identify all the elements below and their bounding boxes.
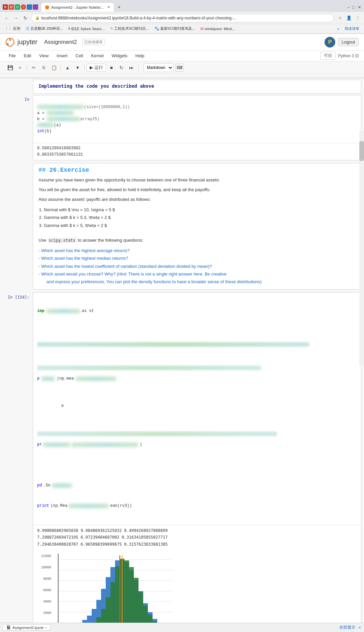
paste-button[interactable]: 📋: [49, 63, 59, 72]
menu-insert[interactable]: Insert: [53, 52, 71, 60]
heading-continuation-container: Implementing the code you described abov…: [0, 80, 364, 94]
exercise-26-label: [3, 163, 33, 165]
baidu-icon: 百: [26, 26, 29, 31]
bookmark-star-icon[interactable]: ☆: [337, 14, 344, 22]
tab-close-bottom-icon[interactable]: ×: [45, 626, 47, 630]
bookmark-sci1-label: 工程技术SCI期刊目...: [114, 26, 149, 31]
code-cell-1-body[interactable]: (size=(10000000,1)) a = b = array25) (a)…: [33, 95, 361, 160]
bookmark-ieee-label: IEEE Xplore Searc...: [71, 27, 105, 31]
code-line-1: impas st: [37, 308, 357, 314]
forward-button[interactable]: →: [12, 14, 20, 22]
bookmark-mindspore[interactable]: M mindspore: Mind...: [198, 26, 237, 31]
cut-button[interactable]: ✂: [29, 63, 38, 72]
new-tab-button[interactable]: +: [116, 4, 122, 10]
y-label-10000: 10000: [41, 565, 51, 570]
y-label-8000: 8000: [43, 576, 51, 582]
run-button[interactable]: ▶ 运行: [87, 64, 106, 72]
browser-chrome: D D D ○ Assignment2 - Jupyter Notebook ✕…: [0, 0, 364, 34]
save-button[interactable]: 💾: [5, 63, 15, 72]
scrollbar[interactable]: [359, 131, 364, 365]
logout-button[interactable]: Logout: [338, 38, 359, 46]
python-icon: P: [325, 37, 335, 48]
favicon-6: [33, 4, 38, 10]
keyboard-shortcuts-button[interactable]: ⌨: [175, 64, 183, 72]
exercise-26-cell[interactable]: ## 26.Exercise Assume you have been give…: [33, 163, 361, 289]
add-cell-button[interactable]: +: [15, 63, 25, 72]
list-item-2: Gamma with $ k = 5.3, \theta = 2 $: [44, 214, 356, 221]
bookmark-sci1[interactable]: ✎ 工程技术SCI期刊目...: [108, 25, 151, 32]
question-3: - Which asset has the lowest coefficient…: [38, 262, 356, 270]
notebook-tab-icon: 📓: [6, 625, 11, 630]
tab-bar: D D D ○ Assignment2 - Jupyter Notebook ✕…: [0, 0, 364, 12]
bottom-tab[interactable]: 📓 Assignment2.ipynb ×: [3, 624, 51, 631]
jupyter-logo-area: jupyter Assignment2 已自动保存: [5, 37, 105, 47]
question-4: - Which asset would you choose? Why? (Hi…: [38, 270, 356, 278]
toolbar-sep-4: [138, 64, 139, 71]
menu-file[interactable]: File: [5, 52, 19, 60]
output-line-1: 9.990086802965038 9.984869361525032 0.49…: [37, 527, 357, 534]
copy-button[interactable]: ⎘: [39, 63, 49, 72]
window-minimize-icon[interactable]: –: [347, 5, 350, 10]
window-maximize-icon[interactable]: □: [352, 5, 355, 10]
show-all-text[interactable]: 全部显示: [339, 625, 355, 630]
more-options-icon[interactable]: ⋮: [354, 14, 361, 22]
restart-run-button[interactable]: ⏭: [127, 63, 136, 72]
bottom-right-area: 全部显示 ✕: [339, 625, 361, 630]
scroll-thumb[interactable]: [359, 141, 364, 161]
kernel-info: Python 3: [338, 54, 359, 58]
tab-close-icon[interactable]: ✕: [107, 5, 110, 9]
menu-widgets[interactable]: Widgets: [108, 52, 131, 60]
cell-type-select[interactable]: Markdown Code Raw: [143, 63, 173, 72]
top-border: [0, 77, 364, 78]
code-cell-154-input[interactable]: impas st p(np.mea a pr): [33, 293, 361, 525]
code-line-pd: pd.Se: [37, 482, 357, 489]
bookmark-sci2-label: 最新SCI期刊查询及...: [160, 26, 195, 31]
close-bottom-icon[interactable]: ✕: [358, 625, 361, 630]
menu-help[interactable]: Help: [132, 52, 148, 60]
profile-icon[interactable]: 👤: [345, 14, 353, 22]
stop-button[interactable]: ■: [107, 63, 116, 72]
y-label-12000: 12000: [41, 554, 51, 559]
address-bar[interactable]: 🔒 localhost:8888/notebooks/Assignment2.i…: [31, 14, 334, 22]
trusted-button[interactable]: 可信: [320, 52, 336, 60]
bookmark-apps-label: 应用: [13, 26, 20, 31]
menu-cell[interactable]: Cell: [72, 52, 86, 60]
window-close-icon[interactable]: ✕: [358, 5, 361, 10]
notebook-name[interactable]: Assignment2: [44, 39, 77, 46]
back-button[interactable]: ←: [3, 14, 11, 22]
code-line-blurred-1: [37, 329, 357, 338]
bookmark-apps[interactable]: ⋮⋮ 应用: [3, 25, 22, 32]
ieee-icon: Ⅱ: [68, 26, 70, 31]
more-bookmarks-button[interactable]: »: [335, 26, 341, 31]
favicon-1: D: [3, 4, 8, 10]
bottom-status-bar: 📓 Assignment2.ipynb × 全部显示 ✕: [0, 623, 364, 632]
svg-rect-38: [124, 560, 129, 627]
chart-container: 12000 10000 8000 6000 4000 2000 0: [37, 548, 357, 632]
heading-cell: Implementing the code you described abov…: [33, 80, 361, 94]
histogram-chart: [58, 554, 172, 627]
exercise-26-container: ## 26.Exercise Assume you have been give…: [0, 163, 364, 289]
code-cell-1-input[interactable]: (size=(10000000,1)) a = b = array25) (a)…: [33, 95, 361, 143]
bookmark-sci2[interactable]: 🐾 最新SCI期刊查询及...: [153, 25, 197, 32]
menu-edit[interactable]: Edit: [20, 52, 34, 60]
code-cell-1-container: In (size=(10000000,1)) a = b = array25) …: [0, 95, 364, 160]
run-label: 运行: [94, 65, 103, 71]
bookmark-baidu[interactable]: 百 百度翻译-200种语...: [24, 25, 65, 32]
move-down-button[interactable]: ▼: [73, 63, 82, 72]
tab-favicon: [45, 5, 49, 9]
move-up-button[interactable]: ▲: [63, 63, 72, 72]
menu-kernel[interactable]: Kernel: [88, 52, 107, 60]
y-label-2000: 2000: [43, 611, 51, 616]
menu-bar: File Edit View Insert Cell Kernel Widget…: [0, 51, 364, 61]
menu-view[interactable]: View: [36, 52, 52, 60]
kernel-name: Python 3: [338, 54, 354, 58]
reading-list-button[interactable]: 阅读清单: [343, 25, 361, 32]
restart-button[interactable]: ↻: [117, 63, 126, 72]
autosave-badge: 已自动保存: [82, 39, 105, 45]
run-icon: ▶: [90, 65, 93, 70]
active-tab[interactable]: Assignment2 - Jupyter Notebook ✕: [41, 2, 114, 12]
code-cell-154-body[interactable]: impas st p(np.mea a pr): [33, 292, 361, 632]
apps-icon: ⋮⋮: [5, 26, 12, 31]
refresh-button[interactable]: ↻: [21, 14, 29, 22]
bookmark-ieee[interactable]: Ⅱ IEEE Xplore Searc...: [66, 26, 107, 31]
